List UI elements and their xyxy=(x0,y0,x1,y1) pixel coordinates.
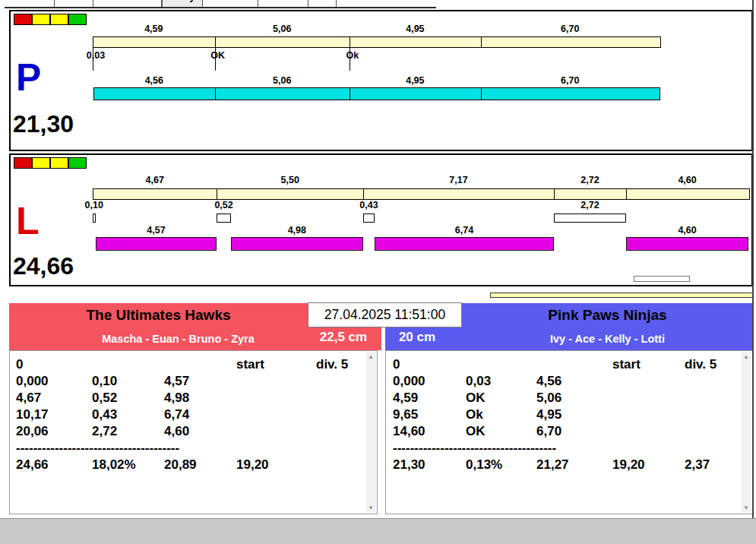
result-cell: 0,000 xyxy=(16,374,49,389)
result-cell: 10,17 xyxy=(16,407,49,422)
yellow-light-2 xyxy=(50,157,68,169)
split-label: 4,98 xyxy=(288,225,306,236)
crossing-label: 0,52 xyxy=(214,200,232,210)
result-cell: -------------------------------------- xyxy=(16,441,179,456)
team-left-results-table[interactable]: ▲ ▼ 0startdiv. 50,0000,104,574,670,524,9… xyxy=(9,350,378,514)
timing-app-window: RozbehCidlaKombi GrafGrafyDruzstvaKR / S… xyxy=(0,0,756,544)
split-label: 6,70 xyxy=(561,75,579,86)
result-cell: 5,06 xyxy=(536,391,561,406)
tab-cidla[interactable]: Cidla xyxy=(55,0,93,7)
result-cell: 4,57 xyxy=(164,374,189,389)
yellow-light-2 xyxy=(50,14,68,25)
result-cell: 4,95 xyxy=(536,407,561,422)
bar-segment xyxy=(216,88,350,100)
result-cell: 4,67 xyxy=(16,391,41,406)
tab-kombi-graf[interactable]: Kombi Graf xyxy=(93,0,162,7)
crossing-label: 0,43 xyxy=(359,200,378,210)
crossing-label: Ok xyxy=(346,50,359,61)
scroll-down-icon[interactable]: ▼ xyxy=(742,504,751,511)
result-cell: div. 5 xyxy=(316,357,348,372)
tab-druzstva[interactable]: Druzstva xyxy=(203,0,259,7)
result-cell: 4,59 xyxy=(393,391,418,406)
status-bar xyxy=(0,518,756,544)
crossing-label: 0,10 xyxy=(85,200,103,210)
crossing-label: OK xyxy=(210,50,225,61)
red-light xyxy=(14,14,32,25)
split-label: 4,57 xyxy=(147,225,165,236)
result-cell: 6,70 xyxy=(536,424,561,439)
result-cell: OK xyxy=(466,424,486,439)
l-crossing-markers: 0,100,520,432,72 xyxy=(93,155,755,285)
result-cell: 20,06 xyxy=(16,424,49,439)
scroll-up-icon[interactable]: ▲ xyxy=(366,353,375,360)
split-label: 4,60 xyxy=(678,225,696,236)
result-cell: OK xyxy=(466,391,486,406)
crossing-time-box xyxy=(363,213,375,223)
split-label: 6,74 xyxy=(455,225,473,236)
scrollbar[interactable]: ▲ ▼ xyxy=(742,352,751,513)
result-cell: 0,000 xyxy=(393,374,425,389)
result-cell: 0,03 xyxy=(466,374,491,389)
green-light xyxy=(68,157,87,169)
result-cell: 4,56 xyxy=(536,374,561,389)
result-cell: 14,60 xyxy=(393,424,425,439)
tab-rozbeh[interactable]: Rozbeh xyxy=(5,0,55,7)
dog-time-segment xyxy=(231,237,363,251)
dog-time-segment xyxy=(375,237,554,251)
green-light xyxy=(68,14,87,25)
tab-de[interactable]: DE xyxy=(308,0,337,7)
result-cell: 0,10 xyxy=(92,374,117,389)
tab-kr-st[interactable]: KR / ST xyxy=(258,0,308,7)
summary-cell: 24,66 xyxy=(16,457,49,473)
split-label: 4,95 xyxy=(406,75,424,86)
result-cell: div. 5 xyxy=(685,357,716,372)
scrollbar[interactable]: ▲ ▼ xyxy=(366,352,376,513)
team-left-members: Mascha - Euan - Bruno - Zyra xyxy=(9,333,347,345)
dog-time-segment xyxy=(626,237,748,251)
team-right-name: Pink Paws Ninjas xyxy=(462,307,753,324)
bar-segment xyxy=(482,88,660,100)
crossing-label: 2,72 xyxy=(580,200,599,210)
summary-cell: 19,20 xyxy=(236,457,269,473)
start-lights xyxy=(14,14,87,25)
result-cell: start xyxy=(612,357,641,372)
lane-letter-p: P xyxy=(16,59,41,96)
crossing-time-box xyxy=(93,213,96,223)
scroll-down-icon[interactable]: ▼ xyxy=(366,504,375,511)
result-cell: 4,98 xyxy=(164,391,189,406)
team-left-name: The Ultimates Hawks xyxy=(9,307,308,324)
yellow-light-1 xyxy=(32,157,50,169)
summary-cell: 0,13% xyxy=(466,457,502,473)
team-right-jump-height: 20 cm xyxy=(387,330,448,345)
result-cell: 0,52 xyxy=(92,391,117,406)
window-border xyxy=(752,0,754,518)
result-cell: 0 xyxy=(393,357,400,372)
bar-segment xyxy=(350,88,482,100)
yellow-indicator-bar xyxy=(490,293,754,298)
result-cell: 4,60 xyxy=(164,424,189,439)
result-cell: 2,72 xyxy=(92,424,117,439)
p-dog-times-bar xyxy=(93,87,660,100)
timestamp-box: 27.04.2025 11:51:00 xyxy=(308,302,462,327)
result-cell: 9,65 xyxy=(393,407,418,422)
split-label: 5,06 xyxy=(273,75,291,86)
team-left-jump-height: 22,5 cm xyxy=(310,330,377,345)
dog-time-segment xyxy=(96,237,217,251)
summary-cell: 20,89 xyxy=(164,457,197,473)
result-cell: start xyxy=(236,357,264,372)
yellow-light-1 xyxy=(32,14,50,25)
summary-cell: 21,30 xyxy=(393,457,425,473)
crossing-label: 0,03 xyxy=(87,50,105,61)
empty-indicator-box xyxy=(634,276,690,282)
lane-panel-p: 4,595,064,956,70 0,03OKOk 4,565,064,956,… xyxy=(9,10,753,151)
l-dog-split-labels: 4,574,986,744,60 xyxy=(93,225,755,236)
result-cell: 0 xyxy=(16,357,23,372)
crossing-time-box xyxy=(554,213,626,223)
team-right-members: Ivy - Ace - Kelly - Lotti xyxy=(462,333,753,345)
tab-grafy[interactable]: Grafy xyxy=(162,0,203,7)
team-right-results-table[interactable]: ▲ ▼ 0startdiv. 50,0000,034,564,59OK5,069… xyxy=(385,350,753,514)
red-light xyxy=(14,157,32,169)
scroll-up-icon[interactable]: ▲ xyxy=(742,353,751,360)
lane-panel-l: 4,675,507,172,724,60 0,100,520,432,72 4,… xyxy=(9,153,753,286)
crossing-time-box xyxy=(217,213,230,223)
